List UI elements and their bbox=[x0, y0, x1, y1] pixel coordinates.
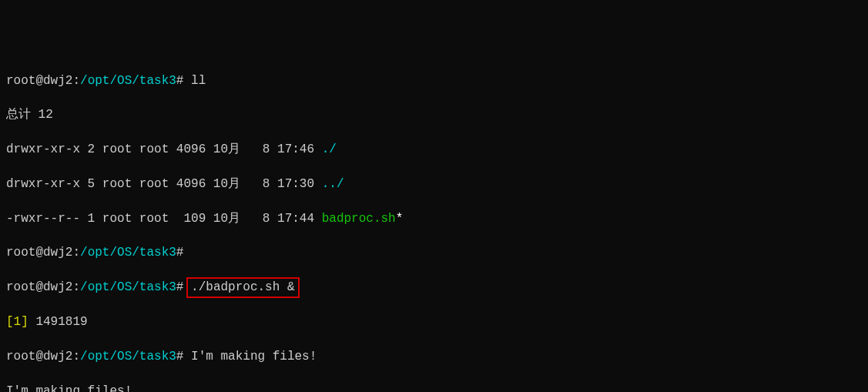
line-ll: root@dwj2:/opt/OS/task3# ll bbox=[6, 72, 862, 89]
ls-row-3: -rwxr--r-- 1 root root 109 10月 8 17:44 b… bbox=[6, 210, 862, 227]
output-making-1: I'm making files! bbox=[191, 350, 317, 364]
cmd-run[interactable]: ./badproc.sh & bbox=[191, 280, 294, 294]
cmd-ll[interactable]: ll bbox=[191, 74, 206, 88]
file-badproc: badproc.sh bbox=[322, 212, 396, 226]
prompt-cwd: /opt/OS/task3 bbox=[80, 74, 176, 88]
dir-parent: ../ bbox=[322, 177, 344, 191]
empty-prompt-1: root@dwj2:/opt/OS/task3# bbox=[6, 244, 862, 261]
job-launch: [1] 1491819 bbox=[6, 313, 862, 330]
line-making-1: root@dwj2:/opt/OS/task3# I'm making file… bbox=[6, 348, 862, 365]
prompt-sym: # bbox=[176, 74, 184, 88]
line-run: root@dwj2:/opt/OS/task3# ./badproc.sh & bbox=[6, 279, 862, 296]
prompt-user: root@dwj2: bbox=[6, 74, 80, 88]
job-id: [1] bbox=[6, 315, 28, 329]
output-making-2: I'm making files! bbox=[6, 383, 862, 392]
dir-current: ./ bbox=[322, 142, 337, 156]
ls-row-2: drwxr-xr-x 5 root root 4096 10月 8 17:30 … bbox=[6, 176, 862, 193]
total-line: 总计 12 bbox=[6, 106, 862, 123]
ls-row-1: drwxr-xr-x 2 root root 4096 10月 8 17:46 … bbox=[6, 141, 862, 158]
highlight-run: ./badproc.sh & bbox=[186, 277, 299, 297]
